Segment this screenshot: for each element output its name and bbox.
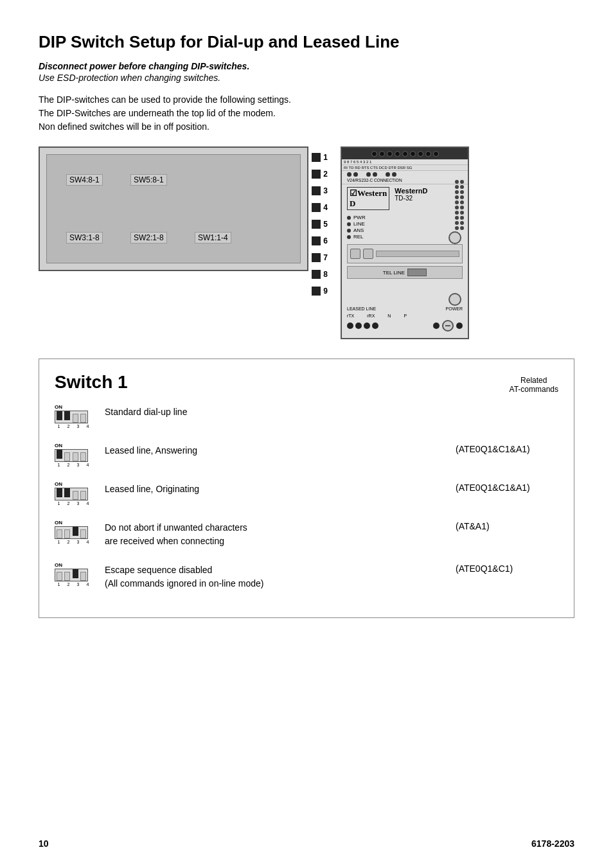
dip-on-3: ON — [55, 481, 92, 487]
ind-cts — [366, 172, 371, 177]
led-rel-dot — [347, 235, 351, 239]
modem-connector-6 — [395, 151, 400, 157]
bottom-dot-6 — [456, 323, 463, 329]
switch-square-4 — [312, 203, 321, 212]
bottom-dot-1 — [347, 323, 353, 329]
led-ans-dot — [347, 229, 351, 233]
sw-label-2: SW5:8-1 — [130, 174, 167, 186]
modem-bottom-section: LEASED LINE POWER rTX rRX N P — [342, 306, 468, 332]
dip-icon-4: ON 1 2 3 4 — [55, 520, 92, 544]
modem-right-dots — [455, 180, 464, 230]
sw-label-3: SW3:1-8 — [66, 232, 103, 244]
modem-brand-area: ☑WesternD WesternD TD-32 — [342, 184, 468, 213]
switch-desc-line2-4: are received when connecting — [105, 535, 443, 548]
at-commands-sublabel: AT-commands — [510, 385, 558, 394]
dip-5-s4 — [80, 572, 86, 581]
warning-bold: Disconnect power before changing DIP-swi… — [39, 61, 574, 71]
dip-icon-5: ON 1 2 3 4 — [55, 562, 92, 587]
switch-square-7 — [312, 253, 321, 262]
dip-3-s2 — [64, 488, 70, 497]
dip-diagram-area: SW4:8-1 SW5:8-1 SW3:1-8 SW2:1-8 SW1:1-4 … — [39, 146, 321, 271]
dip-nums-2: 1 2 3 4 — [55, 463, 92, 467]
p-label: P — [404, 314, 407, 318]
switch-desc-3: Leased line, Originating — [105, 481, 443, 496]
switch-row-5: ON 1 2 3 4 Escape sequence disabled (All… — [55, 562, 558, 593]
switch-num-9: 9 — [312, 287, 328, 296]
switch-number-column: 1 2 3 4 5 — [312, 153, 328, 296]
desc-line1: The DIP-switches can be used to provide … — [39, 93, 574, 107]
led-pwr: PWR — [347, 215, 463, 220]
switch-desc-2: Leased line, Answering — [105, 443, 443, 457]
brand-logo-text: ☑WesternD — [347, 187, 389, 210]
switch-row-1: ON 1 2 3 4 Standard dial-up line — [55, 404, 558, 431]
brand-logo: ☑WesternD — [347, 187, 389, 210]
page-title: DIP Switch Setup for Dial-up and Leased … — [39, 32, 574, 52]
modem-bottom-labels: LEASED LINE POWER — [347, 306, 463, 311]
modem-connector-9 — [371, 151, 377, 157]
dip-3-s1 — [57, 488, 62, 497]
switch-square-9 — [312, 287, 321, 296]
sw-label-1: SW4:8-1 — [66, 174, 103, 186]
at-commands-label: Related AT-commands — [510, 376, 558, 394]
footer: 10 6178-2203 — [39, 838, 574, 849]
switch-num-8: 8 — [312, 270, 328, 279]
pin-nums: 9 8 7 6 5 4 3 2 1 — [344, 160, 371, 164]
modem-brand: WesternD — [395, 187, 427, 195]
modem-connector-7 — [387, 151, 393, 157]
switch-num-1: 1 — [312, 153, 328, 162]
led-rel-label: REL — [353, 234, 364, 240]
circuit-chip2 — [363, 249, 373, 259]
bottom-dot-2 — [355, 323, 362, 329]
switch-num-label-1: 1 — [323, 153, 328, 162]
switch-square-6 — [312, 236, 321, 245]
dip-nums-4: 1 2 3 4 — [55, 540, 92, 544]
modem-connector-4 — [410, 151, 416, 157]
connection-label: V24/RS232-C CONNECTION — [342, 178, 468, 184]
led-line-label: LINE — [353, 221, 365, 227]
switch-cmd-3: (ATE0Q1&C1&A1) — [456, 481, 558, 493]
dip-body-4 — [55, 526, 88, 539]
led-ans: ANS — [347, 227, 463, 233]
ind-dcd — [373, 172, 377, 177]
switch-num-label-4: 4 — [323, 203, 328, 212]
bottom-dot-4 — [372, 323, 378, 329]
dip-diagram-inner: SW4:8-1 SW5:8-1 SW3:1-8 SW2:1-8 SW1:1-4 — [46, 154, 301, 263]
switch-desc-1: Standard dial-up line — [105, 404, 443, 419]
switch-cmd-text-3: (ATE0Q1&C1&A1) — [456, 483, 530, 493]
modem-indicator-row — [342, 171, 468, 178]
document-number: 6178-2203 — [531, 838, 574, 849]
dip-2-s4 — [80, 452, 86, 461]
switch-square-2 — [312, 170, 321, 179]
modem-top-row — [342, 148, 468, 159]
ind-ri — [347, 172, 351, 177]
switch-num-7: 7 — [312, 253, 328, 262]
rtx-label: rTX — [347, 314, 354, 318]
led-rel: REL — [347, 234, 463, 240]
bottom-dot-5 — [433, 323, 440, 329]
switch-square-3 — [312, 186, 321, 195]
leased-line-label: LEASED LINE — [347, 306, 376, 311]
bottom-dot-3 — [364, 323, 370, 329]
rrx-label: rRX — [367, 314, 375, 318]
screw-connector — [442, 320, 454, 332]
switch-num-label-5: 5 — [323, 220, 328, 229]
switch-desc-4: Do not abort if unwanted characters are … — [105, 520, 443, 548]
dip-nums-5: 1 2 3 4 — [55, 582, 92, 587]
dip-1-s2 — [64, 411, 70, 420]
switch-section: Switch 1 Related AT-commands ON 1 2 3 — [39, 359, 574, 618]
dip-nums-3: 1 2 3 4 — [55, 501, 92, 506]
dip-icon-2: ON 1 2 3 4 — [55, 443, 92, 467]
sw-label-4: SW2:1-8 — [130, 232, 167, 244]
circle-connector-bot — [449, 293, 461, 306]
switch-desc-line2-5: (All commands ignored in on-line mode) — [105, 577, 443, 590]
dip-nums-1: 1 2 3 4 — [55, 424, 92, 429]
desc-line2: The DIP-Switches are underneath the top … — [39, 107, 574, 120]
tel-line-label: TEL LINE — [383, 270, 405, 276]
circuit-board — [376, 251, 459, 257]
switch-desc-5: Escape sequence disabled (All commands i… — [105, 562, 443, 590]
dip-body-2 — [55, 449, 88, 462]
dip-on-2: ON — [55, 443, 92, 448]
led-ans-label: ANS — [353, 227, 364, 233]
switch-desc-text-3: Leased line, Originating — [105, 484, 199, 494]
dip-2-s1 — [57, 450, 62, 459]
